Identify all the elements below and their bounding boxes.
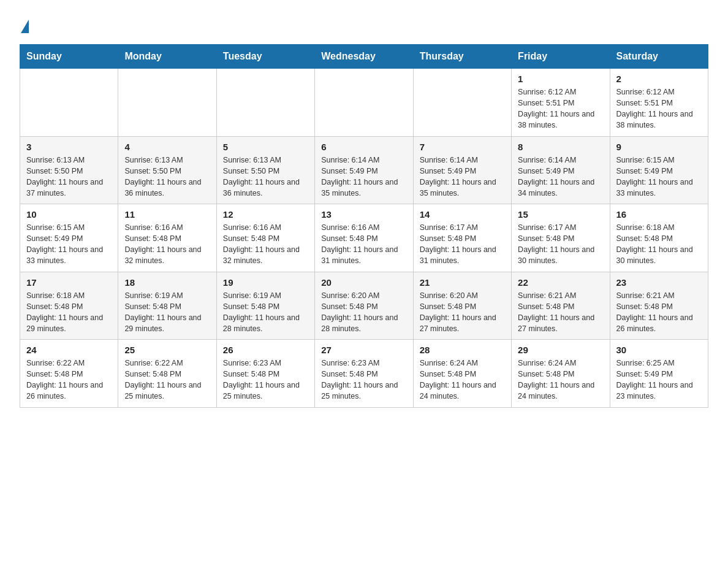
day-number: 29 <box>518 345 603 355</box>
day-info: Sunrise: 6:16 AM Sunset: 5:48 PM Dayligh… <box>223 222 308 267</box>
calendar-cell <box>20 69 118 137</box>
day-number: 25 <box>124 345 210 355</box>
day-info: Sunrise: 6:12 AM Sunset: 5:51 PM Dayligh… <box>616 86 702 131</box>
day-info: Sunrise: 6:21 AM Sunset: 5:48 PM Dayligh… <box>616 290 702 335</box>
logo-triangle-icon <box>21 20 29 33</box>
calendar-cell: 13Sunrise: 6:16 AM Sunset: 5:48 PM Dayli… <box>315 204 413 272</box>
day-info: Sunrise: 6:15 AM Sunset: 5:49 PM Dayligh… <box>26 222 112 267</box>
calendar-cell <box>118 69 216 137</box>
day-info: Sunrise: 6:25 AM Sunset: 5:49 PM Dayligh… <box>616 358 702 402</box>
calendar-cell: 19Sunrise: 6:19 AM Sunset: 5:48 PM Dayli… <box>216 272 314 340</box>
weekday-header-sunday: Sunday <box>20 45 118 69</box>
day-number: 11 <box>124 209 210 220</box>
calendar-cell: 6Sunrise: 6:14 AM Sunset: 5:49 PM Daylig… <box>315 136 413 204</box>
day-info: Sunrise: 6:23 AM Sunset: 5:48 PM Dayligh… <box>321 358 406 402</box>
day-info: Sunrise: 6:15 AM Sunset: 5:49 PM Dayligh… <box>616 155 702 199</box>
day-number: 12 <box>223 209 308 220</box>
calendar-cell <box>315 69 413 137</box>
calendar-cell: 18Sunrise: 6:19 AM Sunset: 5:48 PM Dayli… <box>118 272 216 340</box>
day-info: Sunrise: 6:17 AM Sunset: 5:48 PM Dayligh… <box>420 222 505 267</box>
calendar-cell: 21Sunrise: 6:20 AM Sunset: 5:48 PM Dayli… <box>413 272 511 340</box>
calendar-cell: 2Sunrise: 6:12 AM Sunset: 5:51 PM Daylig… <box>610 69 708 137</box>
calendar-cell: 10Sunrise: 6:15 AM Sunset: 5:49 PM Dayli… <box>20 204 118 272</box>
calendar-week-row: 17Sunrise: 6:18 AM Sunset: 5:48 PM Dayli… <box>20 272 708 340</box>
calendar-cell: 9Sunrise: 6:15 AM Sunset: 5:49 PM Daylig… <box>610 136 708 204</box>
day-number: 1 <box>518 74 603 84</box>
day-info: Sunrise: 6:19 AM Sunset: 5:48 PM Dayligh… <box>223 290 308 335</box>
calendar-week-row: 24Sunrise: 6:22 AM Sunset: 5:48 PM Dayli… <box>20 340 708 408</box>
calendar-cell: 23Sunrise: 6:21 AM Sunset: 5:48 PM Dayli… <box>610 272 708 340</box>
day-number: 15 <box>518 209 603 220</box>
day-info: Sunrise: 6:21 AM Sunset: 5:48 PM Dayligh… <box>518 290 603 335</box>
day-number: 21 <box>420 277 505 288</box>
calendar-cell: 28Sunrise: 6:24 AM Sunset: 5:48 PM Dayli… <box>413 340 511 408</box>
calendar-cell: 14Sunrise: 6:17 AM Sunset: 5:48 PM Dayli… <box>413 204 511 272</box>
day-number: 8 <box>518 142 603 152</box>
day-number: 6 <box>321 142 406 152</box>
day-number: 5 <box>223 142 308 152</box>
header <box>20 15 708 33</box>
day-info: Sunrise: 6:20 AM Sunset: 5:48 PM Dayligh… <box>420 290 505 335</box>
calendar-cell: 4Sunrise: 6:13 AM Sunset: 5:50 PM Daylig… <box>118 136 216 204</box>
calendar-cell: 20Sunrise: 6:20 AM Sunset: 5:48 PM Dayli… <box>315 272 413 340</box>
day-number: 20 <box>321 277 406 288</box>
day-number: 7 <box>420 142 505 152</box>
day-number: 23 <box>616 277 702 288</box>
day-number: 27 <box>321 345 406 355</box>
calendar-cell: 25Sunrise: 6:22 AM Sunset: 5:48 PM Dayli… <box>118 340 216 408</box>
calendar-cell: 30Sunrise: 6:25 AM Sunset: 5:49 PM Dayli… <box>610 340 708 408</box>
day-info: Sunrise: 6:17 AM Sunset: 5:48 PM Dayligh… <box>518 222 603 267</box>
day-info: Sunrise: 6:24 AM Sunset: 5:48 PM Dayligh… <box>420 358 505 402</box>
day-info: Sunrise: 6:20 AM Sunset: 5:48 PM Dayligh… <box>321 290 406 335</box>
calendar-cell: 1Sunrise: 6:12 AM Sunset: 5:51 PM Daylig… <box>512 69 610 137</box>
calendar-week-row: 1Sunrise: 6:12 AM Sunset: 5:51 PM Daylig… <box>20 69 708 137</box>
calendar-cell: 7Sunrise: 6:14 AM Sunset: 5:49 PM Daylig… <box>413 136 511 204</box>
calendar-cell: 29Sunrise: 6:24 AM Sunset: 5:48 PM Dayli… <box>512 340 610 408</box>
calendar-cell <box>216 69 314 137</box>
day-number: 9 <box>616 142 702 152</box>
calendar-cell: 26Sunrise: 6:23 AM Sunset: 5:48 PM Dayli… <box>216 340 314 408</box>
day-number: 22 <box>518 277 603 288</box>
weekday-header-friday: Friday <box>512 45 610 69</box>
calendar-cell: 12Sunrise: 6:16 AM Sunset: 5:48 PM Dayli… <box>216 204 314 272</box>
day-info: Sunrise: 6:23 AM Sunset: 5:48 PM Dayligh… <box>223 358 308 402</box>
day-info: Sunrise: 6:14 AM Sunset: 5:49 PM Dayligh… <box>321 155 406 199</box>
weekday-header-row: SundayMondayTuesdayWednesdayThursdayFrid… <box>20 45 708 69</box>
calendar-cell: 17Sunrise: 6:18 AM Sunset: 5:48 PM Dayli… <box>20 272 118 340</box>
day-number: 24 <box>26 345 112 355</box>
day-info: Sunrise: 6:19 AM Sunset: 5:48 PM Dayligh… <box>124 290 210 335</box>
calendar-cell <box>413 69 511 137</box>
calendar-cell: 3Sunrise: 6:13 AM Sunset: 5:50 PM Daylig… <box>20 136 118 204</box>
day-info: Sunrise: 6:14 AM Sunset: 5:49 PM Dayligh… <box>420 155 505 199</box>
weekday-header-saturday: Saturday <box>610 45 708 69</box>
day-number: 4 <box>124 142 210 152</box>
day-info: Sunrise: 6:13 AM Sunset: 5:50 PM Dayligh… <box>223 155 308 199</box>
calendar-cell: 5Sunrise: 6:13 AM Sunset: 5:50 PM Daylig… <box>216 136 314 204</box>
day-info: Sunrise: 6:22 AM Sunset: 5:48 PM Dayligh… <box>124 358 210 402</box>
day-info: Sunrise: 6:18 AM Sunset: 5:48 PM Dayligh… <box>26 290 112 335</box>
weekday-header-thursday: Thursday <box>413 45 511 69</box>
day-info: Sunrise: 6:24 AM Sunset: 5:48 PM Dayligh… <box>518 358 603 402</box>
day-number: 14 <box>420 209 505 220</box>
day-number: 18 <box>124 277 210 288</box>
day-number: 26 <box>223 345 308 355</box>
weekday-header-wednesday: Wednesday <box>315 45 413 69</box>
day-number: 3 <box>26 142 112 152</box>
calendar-cell: 8Sunrise: 6:14 AM Sunset: 5:49 PM Daylig… <box>512 136 610 204</box>
calendar-cell: 16Sunrise: 6:18 AM Sunset: 5:48 PM Dayli… <box>610 204 708 272</box>
calendar-cell: 24Sunrise: 6:22 AM Sunset: 5:48 PM Dayli… <box>20 340 118 408</box>
day-number: 10 <box>26 209 112 220</box>
calendar-cell: 22Sunrise: 6:21 AM Sunset: 5:48 PM Dayli… <box>512 272 610 340</box>
day-info: Sunrise: 6:22 AM Sunset: 5:48 PM Dayligh… <box>26 358 112 402</box>
calendar-week-row: 3Sunrise: 6:13 AM Sunset: 5:50 PM Daylig… <box>20 136 708 204</box>
day-number: 13 <box>321 209 406 220</box>
weekday-header-monday: Monday <box>118 45 216 69</box>
logo <box>20 20 29 33</box>
day-number: 16 <box>616 209 702 220</box>
day-info: Sunrise: 6:12 AM Sunset: 5:51 PM Dayligh… <box>518 86 603 131</box>
day-info: Sunrise: 6:16 AM Sunset: 5:48 PM Dayligh… <box>321 222 406 267</box>
calendar-cell: 11Sunrise: 6:16 AM Sunset: 5:48 PM Dayli… <box>118 204 216 272</box>
calendar-table: SundayMondayTuesdayWednesdayThursdayFrid… <box>20 44 708 408</box>
day-info: Sunrise: 6:13 AM Sunset: 5:50 PM Dayligh… <box>124 155 210 199</box>
weekday-header-tuesday: Tuesday <box>216 45 314 69</box>
